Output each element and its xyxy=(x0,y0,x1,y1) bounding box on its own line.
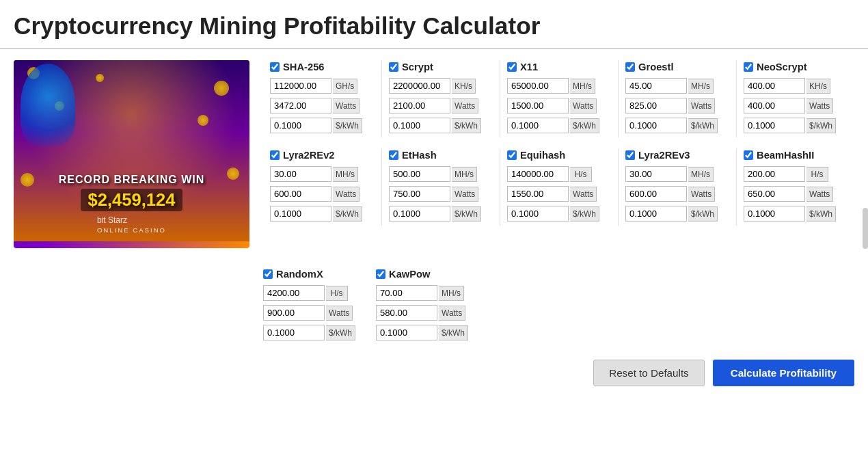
x11-cost-input[interactable] xyxy=(507,118,569,133)
equihash-hashrate-input[interactable] xyxy=(507,166,569,182)
algo-groestl: Groestl MH/s Watts $/kWh xyxy=(618,60,736,137)
sha256-hashrate-input[interactable] xyxy=(270,78,331,94)
algo-neoscrypt: NeoScrypt KH/s Watts $/kWh xyxy=(736,60,854,137)
algo-beamhashii: BeamHashII H/s Watts $/kWh xyxy=(736,148,854,226)
sha256-power-unit: Watts xyxy=(333,98,360,113)
ad-logo: bit Starz ONLINE CASINO xyxy=(97,215,166,234)
ethash-label: EtHash xyxy=(402,150,437,161)
kawpow-hashrate-input[interactable] xyxy=(376,285,437,301)
equihash-power-input[interactable] xyxy=(507,186,569,202)
neoscrypt-cost-unit: $/kWh xyxy=(806,118,836,133)
groestl-checkbox[interactable] xyxy=(625,62,635,72)
ethash-cost-unit: $/kWh xyxy=(452,206,481,222)
scrollbar[interactable] xyxy=(863,208,868,249)
randomx-power-unit: Watts xyxy=(326,306,353,321)
lyra2rev2-label: Lyra2REv2 xyxy=(283,150,335,161)
kawpow-hashrate-unit: MH/s xyxy=(439,286,464,301)
beamhashii-cost-unit: $/kWh xyxy=(806,206,836,222)
genie-decoration xyxy=(21,64,75,146)
x11-checkbox[interactable] xyxy=(507,62,517,72)
lyra2rev2-power-input[interactable] xyxy=(270,186,331,202)
beamhashii-label: BeamHashII xyxy=(757,150,814,161)
kawpow-power-input[interactable] xyxy=(376,305,437,321)
equihash-label: Equihash xyxy=(520,150,565,161)
scrypt-cost-input[interactable] xyxy=(389,118,450,133)
groestl-power-unit: Watts xyxy=(688,98,715,113)
footer-buttons: Reset to Defaults Calculate Profitabilit… xyxy=(0,353,868,400)
neoscrypt-checkbox[interactable] xyxy=(744,62,753,72)
lyra2rev3-cost-input[interactable] xyxy=(625,206,687,222)
ad-record-label: RECORD BREAKING WIN xyxy=(59,174,205,186)
kawpow-cost-unit: $/kWh xyxy=(439,325,468,340)
lyra2rev3-power-unit: Watts xyxy=(688,187,715,202)
neoscrypt-hashrate-input[interactable] xyxy=(744,78,805,94)
scrypt-cost-unit: $/kWh xyxy=(452,118,481,133)
equihash-power-unit: Watts xyxy=(570,187,597,202)
randomx-hashrate-input[interactable] xyxy=(263,285,325,301)
x11-cost-unit: $/kWh xyxy=(570,118,599,133)
kawpow-power-unit: Watts xyxy=(439,306,465,321)
x11-hashrate-input[interactable] xyxy=(507,78,569,94)
randomx-label: RandomX xyxy=(276,269,323,280)
algo-randomx: RandomX H/s Watts $/kWh xyxy=(263,267,355,345)
algo-scrypt: Scrypt KH/s Watts $/kWh xyxy=(381,60,500,137)
x11-label: X11 xyxy=(520,62,538,72)
ethash-power-input[interactable] xyxy=(389,186,450,202)
kawpow-checkbox[interactable] xyxy=(376,269,385,279)
algo-lyra2rev3: Lyra2REv3 MH/s Watts $/kWh xyxy=(618,148,736,226)
lyra2rev3-label: Lyra2REv3 xyxy=(638,150,690,161)
lyra2rev2-power-unit: Watts xyxy=(333,187,360,202)
lyra2rev3-power-input[interactable] xyxy=(625,186,687,202)
bottom-algorithms: RandomX H/s Watts $/kWh KawPow MH/s Watt… xyxy=(0,259,868,353)
scrypt-power-input[interactable] xyxy=(389,98,450,113)
sha256-checkbox[interactable] xyxy=(270,62,280,72)
neoscrypt-power-input[interactable] xyxy=(744,98,805,113)
scrypt-checkbox[interactable] xyxy=(389,62,398,72)
randomx-power-input[interactable] xyxy=(263,305,325,321)
neoscrypt-label: NeoScrypt xyxy=(757,62,807,72)
ethash-hashrate-input[interactable] xyxy=(389,166,450,182)
lyra2rev3-hashrate-input[interactable] xyxy=(625,166,687,182)
equihash-cost-input[interactable] xyxy=(507,206,569,222)
lyra2rev3-checkbox[interactable] xyxy=(625,150,635,160)
neoscrypt-cost-input[interactable] xyxy=(744,118,805,133)
calculate-button[interactable]: Calculate Profitability xyxy=(713,360,854,386)
groestl-power-input[interactable] xyxy=(625,98,687,113)
groestl-hashrate-input[interactable] xyxy=(625,78,687,94)
randomx-cost-input[interactable] xyxy=(263,325,325,340)
lyra2rev2-cost-input[interactable] xyxy=(270,206,331,222)
scrypt-power-unit: Watts xyxy=(452,98,478,113)
algo-kawpow: KawPow MH/s Watts $/kWh xyxy=(376,267,468,345)
scrypt-hashrate-input[interactable] xyxy=(389,78,450,94)
algo-x11: X11 MH/s Watts $/kWh xyxy=(500,60,618,137)
randomx-checkbox[interactable] xyxy=(263,269,273,279)
lyra2rev2-checkbox[interactable] xyxy=(270,150,280,160)
beamhashii-checkbox[interactable] xyxy=(744,150,753,160)
beamhashii-hashrate-input[interactable] xyxy=(744,166,805,182)
beamhashii-cost-input[interactable] xyxy=(744,206,805,222)
groestl-cost-input[interactable] xyxy=(625,118,687,133)
ethash-hashrate-unit: MH/s xyxy=(452,167,477,182)
x11-power-input[interactable] xyxy=(507,98,569,113)
lyra2rev2-hashrate-input[interactable] xyxy=(270,166,331,182)
kawpow-label: KawPow xyxy=(389,269,431,280)
page-title: Cryptocurrency Mining Profitability Calc… xyxy=(0,0,868,49)
beamhashii-power-input[interactable] xyxy=(744,186,805,202)
lyra2rev3-hashrate-unit: MH/s xyxy=(688,167,714,182)
algo-lyra2rev2: Lyra2REv2 MH/s Watts $/kWh xyxy=(263,148,381,226)
neoscrypt-power-unit: Watts xyxy=(806,98,833,113)
sha256-label: SHA-256 xyxy=(283,62,325,72)
beamhashii-power-unit: Watts xyxy=(806,187,833,202)
kawpow-cost-input[interactable] xyxy=(376,325,437,340)
sha256-power-input[interactable] xyxy=(270,98,331,113)
equihash-checkbox[interactable] xyxy=(507,150,517,160)
x11-power-unit: Watts xyxy=(570,98,597,113)
sha256-cost-input[interactable] xyxy=(270,118,331,133)
scrypt-hashrate-unit: KH/s xyxy=(452,79,476,94)
ethash-checkbox[interactable] xyxy=(389,150,398,160)
lyra2rev3-cost-unit: $/kWh xyxy=(688,206,718,222)
ethash-cost-input[interactable] xyxy=(389,206,450,222)
reset-button[interactable]: Reset to Defaults xyxy=(593,360,705,386)
ad-banner[interactable]: RECORD BREAKING WIN $2,459,124 bit Starz… xyxy=(14,60,249,248)
lyra2rev2-hashrate-unit: MH/s xyxy=(333,167,358,182)
